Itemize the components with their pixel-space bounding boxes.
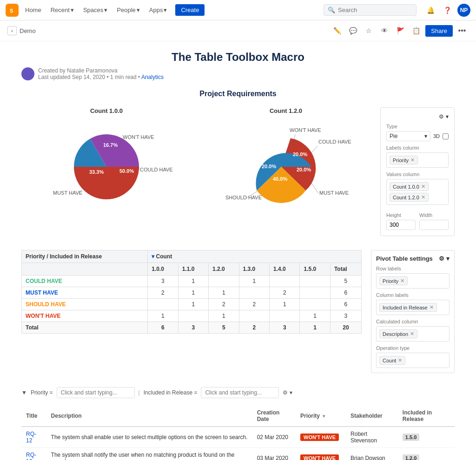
pivot-calc-tags[interactable]: Description ✕ [376,326,450,342]
rq-link[interactable]: RQ-16 [26,452,36,460]
row-release: 1.5.0 [398,427,455,448]
labels-tags-field[interactable]: Priority ✕ [386,152,449,168]
labels-column-label: Labels column [386,145,449,151]
svg-text:20.0%: 20.0% [262,164,276,169]
edit-icon[interactable]: ✏️ [331,24,344,37]
col-release[interactable]: Included in Release [398,406,455,427]
author-avatar [21,67,34,80]
col-description[interactable]: Description [46,406,252,427]
filter-bar: ▼ Priority = | Included in Release = ⚙ ▾ [21,387,455,398]
col-stakeholder[interactable]: Stakeholder [346,406,398,427]
type-select[interactable]: Pie▾ [386,131,430,141]
filter-settings-button[interactable]: ⚙ ▾ [283,389,292,396]
search-box[interactable]: 🔍 [324,4,416,16]
help-icon[interactable]: ❓ [441,4,454,17]
pivot-table-wrapper: Priority / Included in Release ▾ Count 1… [21,250,362,373]
svg-line-20 [311,183,318,193]
nav-recent[interactable]: Recent ▾ [48,5,77,15]
svg-text:MUST HAVE: MUST HAVE [53,190,82,196]
pivot-cell: 1 [148,310,178,322]
pivot-col-labels-label: Column labels [376,292,450,298]
nav-spaces[interactable]: Spaces ▾ [80,5,110,15]
col-title[interactable]: Title [21,406,46,427]
nav-home[interactable]: Home [22,5,44,15]
values-tag-count100: Count 1.0.0 ✕ [390,182,429,191]
pivot-col-tags[interactable]: Included in Release ✕ [376,300,450,315]
data-table: Title Description Creation Date Priority… [21,406,455,460]
pivot-col-150: 1.5.0 [300,263,330,276]
flag-icon[interactable]: 🚩 [394,24,407,37]
row-priority: WON'T HAVE [296,448,346,460]
star-icon[interactable]: ☆ [362,24,375,37]
pivot-gear-icon[interactable]: ⚙ [439,255,444,262]
remove-pivot-op-tag[interactable]: ✕ [398,357,402,363]
pivot-cell: 1 [209,287,239,299]
comment-icon[interactable]: 💬 [346,24,359,37]
pivot-col-total: Total [330,263,361,276]
3d-checkbox[interactable] [443,133,449,139]
remove-pivot-col-tag[interactable]: ✕ [430,304,434,310]
row-date: 03 Mar 2020 [252,448,296,460]
values-tags-field[interactable]: Count 1.0.0 ✕ Count 1.2.0 ✕ [386,179,449,205]
svg-text:WON'T HAVE: WON'T HAVE [290,127,321,133]
pivot-row-tags[interactable]: Priority ✕ [376,273,450,289]
pivot-settings-title: Pivot Table settings ⚙ ▾ [376,255,450,262]
row-description: The system shall notify the user when no… [46,448,252,460]
svg-text:COULD HAVE: COULD HAVE [140,167,173,172]
pivot-calc-label: Calculated column [376,319,450,324]
priority-badge: WON'T HAVE [300,434,339,441]
breadcrumb-demo[interactable]: Demo [20,27,36,34]
col-priority[interactable]: Priority ▾ [296,406,346,427]
svg-text:20.0%: 20.0% [297,167,311,172]
settings-size-row: Height Width [386,209,449,230]
nav-people[interactable]: People ▾ [114,5,142,15]
values-column-label: Values column [386,171,449,177]
pivot-cell: 2 [209,299,239,310]
pivot-chevron-icon[interactable]: ▾ [446,255,450,262]
filter-separator: | [139,389,140,396]
remove-count120-tag[interactable]: ✕ [421,194,425,200]
copy-icon[interactable]: 📋 [410,24,423,37]
nav-apps[interactable]: Apps ▾ [146,5,170,15]
rq-link[interactable]: RQ-12 [26,431,36,444]
height-input[interactable] [386,220,416,230]
chevron-down-icon[interactable]: ▾ [446,113,449,120]
remove-pivot-calc-tag[interactable]: ✕ [410,331,414,337]
width-input[interactable] [419,220,449,230]
charts-row: Count 1.0.0 50.0% 33.3% 16.7% [21,107,455,236]
remove-priority-tag[interactable]: ✕ [410,157,415,163]
svg-text:COULD HAVE: COULD HAVE [318,139,351,145]
svg-text:MUST HAVE: MUST HAVE [319,190,349,196]
create-button[interactable]: Create [175,4,205,16]
remove-count100-tag[interactable]: ✕ [421,184,425,190]
search-input[interactable] [338,7,412,13]
user-avatar[interactable]: NP [457,4,470,17]
svg-text:SHOULD HAVE: SHOULD HAVE [225,195,262,200]
watch-icon[interactable]: 👁 [378,24,391,37]
row-date: 02 Mar 2020 [252,427,296,448]
col-creation-date[interactable]: Creation Date [252,406,296,427]
pivot-row-label: Total [22,322,148,334]
analytics-link[interactable]: Analytics [141,74,164,80]
sidebar-toggle[interactable]: › [7,26,17,35]
pivot-col-130: 1.3.0 [239,263,269,276]
remove-pivot-row-tag[interactable]: ✕ [400,278,404,284]
topnav: S Home Recent ▾ Spaces ▾ People ▾ Apps ▾… [0,0,476,20]
chart1: Count 1.0.0 50.0% 33.3% 16.7% [21,107,192,212]
priority-filter-label: Priority = [31,389,53,396]
pivot-col-110: 1.1.0 [178,263,208,276]
notifications-icon[interactable]: 🔔 [424,4,437,17]
pivot-op-tags[interactable]: Count ✕ [376,353,450,368]
gear-icon[interactable]: ⚙ [439,113,444,120]
pivot-cell [239,287,269,299]
pivot-cell: 1 [300,310,330,322]
app-logo[interactable]: S [6,4,19,17]
pivot-row-priority-tag: Priority ✕ [379,276,408,285]
priority-filter-input[interactable] [57,387,135,398]
share-button[interactable]: Share [425,25,453,37]
release-filter-input[interactable] [201,387,279,398]
height-group: Height [386,209,416,230]
pivot-row-label: COULD HAVE [22,276,148,287]
pivot-cell: 1 [209,310,239,322]
more-menu-button[interactable]: ••• [456,24,469,37]
